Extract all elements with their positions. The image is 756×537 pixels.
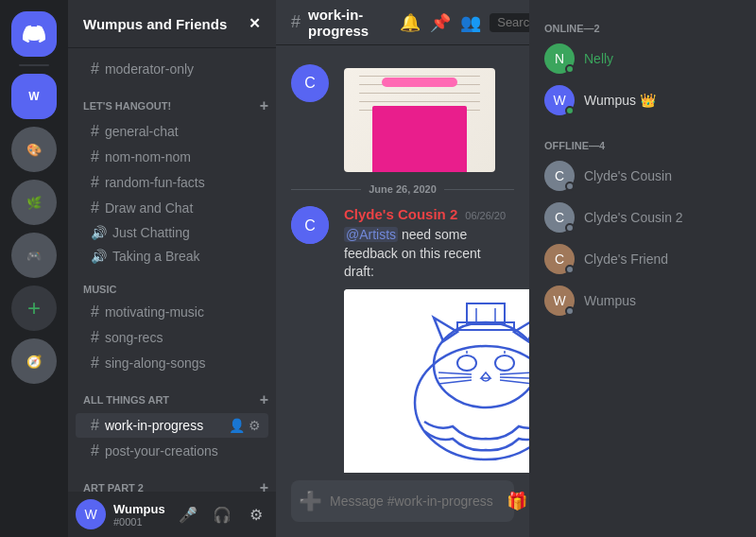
date-line-left xyxy=(291,189,361,190)
text-channel-icon: # xyxy=(91,303,99,320)
text-channel-icon: # xyxy=(91,329,99,346)
voice-channel-icon: 🔊 xyxy=(91,249,107,264)
channel-item-random[interactable]: # random-fun-facts xyxy=(76,170,268,195)
channel-name: general-chat xyxy=(105,124,179,139)
channel-item-wip[interactable]: # work-in-progress 👤 ⚙ xyxy=(76,413,268,438)
server-header[interactable]: Wumpus and Friends ✕ xyxy=(68,0,276,48)
channel-item-break[interactable]: 🔊 Taking a Break xyxy=(76,245,268,268)
channel-item-nom[interactable]: # nom-nom-nom xyxy=(76,145,268,169)
messages-area: C xyxy=(276,45,529,473)
attach-button[interactable]: ➕ xyxy=(299,480,322,522)
settings-button[interactable]: ⚙ xyxy=(241,499,271,529)
sketch-image xyxy=(344,289,529,473)
add-server-button[interactable]: + xyxy=(11,286,57,331)
server-icon-3[interactable]: 🌿 xyxy=(11,180,57,225)
member-avatar-wumpus: W xyxy=(544,85,575,115)
svg-text:C: C xyxy=(304,217,316,234)
member-wumpus-online[interactable]: W Wumpus 👑 xyxy=(537,79,748,121)
member-icon[interactable]: 👤 xyxy=(229,418,245,433)
member-name-nelly: Nelly xyxy=(584,51,613,66)
category-art[interactable]: ALL THINGS ART + xyxy=(68,376,276,412)
text-channel-icon: # xyxy=(91,148,99,165)
member-name-wumpus-offline: Wumpus xyxy=(584,293,636,308)
category-art2[interactable]: ART PART 2 + xyxy=(68,464,276,492)
settings-icon[interactable]: ⚙ xyxy=(249,418,261,433)
member-name-wumpus: Wumpus 👑 xyxy=(584,93,656,108)
member-name-clydes-cousin: Clyde's Cousin xyxy=(584,168,672,183)
channel-item-creations[interactable]: # post-your-creations xyxy=(76,439,268,463)
channel-item-draw[interactable]: # Draw and Chat xyxy=(76,196,268,220)
category-add-icon[interactable]: + xyxy=(260,391,268,408)
members-icon[interactable]: 👥 xyxy=(459,11,482,34)
mute-button[interactable]: 🎤 xyxy=(173,499,203,529)
text-channel-icon: # xyxy=(91,417,99,434)
member-name-clydes-cousin-2: Clyde's Cousin 2 xyxy=(584,210,683,225)
channel-item-general[interactable]: # general-chat xyxy=(76,119,268,144)
user-name: Wumpus xyxy=(113,502,165,516)
date-label: June 26, 2020 xyxy=(369,183,437,195)
server-icon-2[interactable]: 🎨 xyxy=(11,127,57,172)
member-wumpus-offline[interactable]: W Wumpus xyxy=(537,280,748,321)
members-sidebar: ONLINE—2 N Nelly W Wumpus 👑 OFFLINE—4 C … xyxy=(529,0,756,537)
member-nelly[interactable]: N Nelly xyxy=(537,38,748,79)
category-add-icon[interactable]: + xyxy=(260,479,268,492)
server-icon-4[interactable]: 🎮 xyxy=(11,233,57,278)
message-header: Clyde's Cousin 2 06/26/20 xyxy=(344,206,514,222)
channel-list: # moderator-only LET'S HANGOUT! + # gene… xyxy=(68,48,276,492)
member-avatar-clydes-friend: C xyxy=(544,244,575,274)
category-name: LET'S HANGOUT! xyxy=(83,100,171,112)
channel-name: sing-along-songs xyxy=(105,355,206,371)
pin-icon[interactable]: 📌 xyxy=(429,11,452,34)
online-section-header: ONLINE—2 xyxy=(537,15,748,38)
server-icon-wumpus[interactable]: W xyxy=(11,74,57,119)
online-status-dot xyxy=(565,64,575,74)
message-input[interactable] xyxy=(330,482,495,520)
channel-name: nom-nom-nom xyxy=(105,149,191,165)
channel-item-just-chatting[interactable]: 🔊 Just Chatting xyxy=(76,221,268,244)
text-channel-icon: # xyxy=(91,199,99,217)
category-music[interactable]: MUSIC xyxy=(68,268,276,299)
explore-icon[interactable]: 🧭 xyxy=(11,338,57,384)
user-avatar: W xyxy=(76,499,106,529)
svg-line-13 xyxy=(438,377,472,378)
online-status-dot-wumpus xyxy=(565,106,575,115)
date-divider: June 26, 2020 xyxy=(276,176,529,202)
category-name: MUSIC xyxy=(83,284,116,295)
channel-name: motivating-music xyxy=(105,304,204,320)
chat-header: # work-in-progress share the current dra… xyxy=(276,0,529,45)
channel-item-song[interactable]: # song-recs xyxy=(76,325,268,350)
discord-home-button[interactable] xyxy=(11,11,57,57)
offline-section-header: OFFLINE—4 xyxy=(537,132,748,155)
mention-artists: @Artists xyxy=(344,227,398,242)
message-username: Clyde's Cousin 2 xyxy=(344,206,457,222)
member-clydes-friend[interactable]: C Clyde's Friend xyxy=(537,238,748,280)
message-content xyxy=(344,64,514,172)
notification-bell-icon[interactable]: 🔔 xyxy=(399,11,421,34)
text-channel-icon: # xyxy=(91,61,99,78)
offline-status-dot-3 xyxy=(565,265,575,274)
notebook-image xyxy=(344,68,495,172)
channel-item-sing[interactable]: # sing-along-songs xyxy=(76,351,268,375)
channel-item-motivating[interactable]: # motivating-music xyxy=(76,300,268,324)
member-avatar-nelly: N xyxy=(544,43,575,74)
offline-status-dot xyxy=(565,182,575,191)
member-clydes-cousin-2[interactable]: C Clyde's Cousin 2 xyxy=(537,197,748,238)
text-channel-icon: # xyxy=(91,355,99,372)
deafen-button[interactable]: 🎧 xyxy=(207,499,237,529)
member-avatar-clydes-cousin: C xyxy=(544,161,575,191)
user-controls: 🎤 🎧 ⚙ xyxy=(173,499,271,529)
gift-icon[interactable]: 🎁 xyxy=(503,487,531,515)
channel-name: song-recs xyxy=(105,330,163,345)
member-name-clydes-friend: Clyde's Friend xyxy=(584,251,668,267)
channel-name: post-your-creations xyxy=(105,443,218,459)
message-input-box: ➕ 🎁 GIF 😊 xyxy=(291,480,514,522)
category-hangout[interactable]: LET'S HANGOUT! + xyxy=(68,82,276,118)
server-sidebar: W 🎨 🌿 🎮 + 🧭 xyxy=(0,0,68,537)
main-chat-area: # work-in-progress share the current dra… xyxy=(276,0,529,537)
channel-name: work-in-progress xyxy=(105,418,203,433)
channel-item-moderator[interactable]: # moderator-only xyxy=(76,57,268,81)
message-text: @Artists need some feedback on this rece… xyxy=(344,226,514,282)
message-timestamp: 06/26/20 xyxy=(465,210,506,221)
category-add-icon[interactable]: + xyxy=(260,97,268,114)
member-clydes-cousin[interactable]: C Clyde's Cousin xyxy=(537,155,748,197)
